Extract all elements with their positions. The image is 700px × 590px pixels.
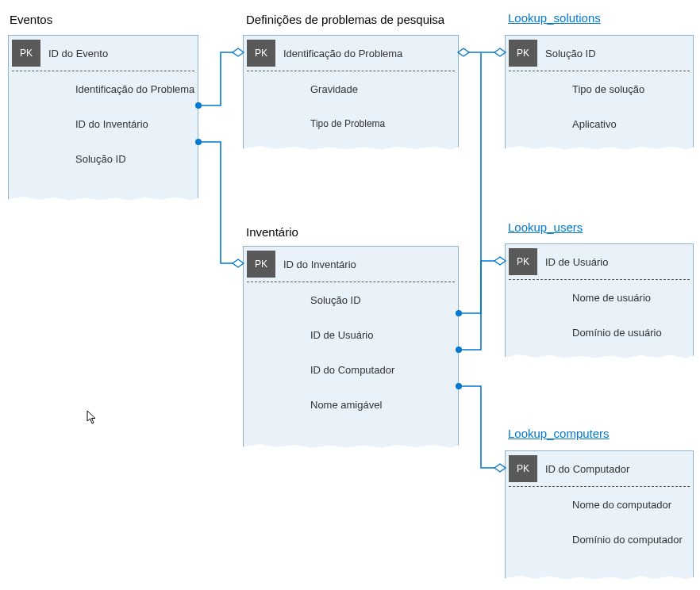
field-label: ID de Usuário [545, 256, 608, 268]
field-label: Nome de usuário [572, 292, 651, 304]
table-row: ID do Computador [244, 352, 458, 387]
table-row: PK Identificação do Problema [244, 36, 458, 71]
field-label: ID do Computador [545, 463, 629, 475]
table-row: PK ID de Usuário [506, 244, 693, 279]
pk-badge: PK [247, 251, 275, 278]
table-users: PK ID de Usuário Nome de usuário Domínio… [505, 243, 694, 361]
table-row: ID do Inventário [9, 106, 198, 141]
connector-inventario-users [456, 257, 506, 353]
table-row: PK ID do Evento [9, 36, 198, 71]
pk-badge: PK [509, 40, 537, 67]
table-computers: PK ID do Computador Nome do computador D… [505, 450, 694, 582]
table-title-solutions[interactable]: Lookup_solutions [508, 11, 601, 25]
table-solutions: PK Solução ID Tipo de solução Aplicativo [505, 35, 694, 152]
torn-edge [8, 197, 198, 203]
field-label: Identificação do Problema [75, 83, 194, 95]
table-row: Tipo de Problema [244, 106, 458, 141]
table-title-inventario: Inventário [246, 225, 298, 239]
table-row: ID de Usuário [244, 317, 458, 352]
field-label: Nome do computador [572, 499, 671, 511]
table-row: Nome do computador [506, 487, 693, 522]
field-label: Tipo de solução [572, 83, 644, 95]
field-label: ID do Evento [48, 48, 108, 59]
field-label: ID do Computador [310, 364, 394, 376]
torn-edge [505, 576, 694, 582]
connector-defs-solutions [458, 48, 506, 56]
table-row: Identificação do Problema [9, 71, 198, 106]
field-label: Gravidade [310, 83, 358, 95]
field-label: Solução ID [75, 153, 126, 165]
field-label: Nome amigável [310, 399, 382, 411]
connector-inventario-computers [456, 383, 506, 472]
field-label: Tipo de Problema [310, 118, 385, 129]
torn-edge [243, 444, 459, 450]
table-row: PK Solução ID [506, 36, 693, 71]
table-title-eventos: Eventos [10, 13, 52, 26]
field-label: ID de Usuário [310, 329, 373, 341]
table-defs: PK Identificação do Problema Gravidade T… [243, 35, 459, 152]
table-inventario: PK ID do Inventário Solução ID ID de Usu… [243, 246, 459, 450]
table-row: Domínio do computador [506, 522, 693, 557]
field-label: ID do Inventário [75, 118, 148, 130]
table-row: Aplicativo [506, 106, 693, 141]
table-row: Nome de usuário [506, 280, 693, 315]
connector-eventos-inventario [195, 139, 244, 267]
table-eventos: PK ID do Evento Identificação do Problem… [8, 35, 198, 203]
table-row: Gravidade [244, 71, 458, 106]
table-row: PK ID do Inventário [244, 247, 458, 282]
field-label: Domínio do computador [572, 534, 683, 546]
table-row: Solução ID [244, 282, 458, 317]
field-label: Domínio de usuário [572, 327, 662, 339]
pk-badge: PK [12, 40, 40, 67]
table-title-defs: Definições de problemas de pesquisa [246, 13, 444, 26]
table-row: Solução ID [9, 141, 198, 176]
table-row: Nome amigável [244, 387, 458, 422]
torn-edge [243, 146, 459, 152]
table-row: PK ID do Computador [506, 451, 693, 486]
field-label: Identificação do Problema [283, 48, 402, 59]
field-label: Aplicativo [572, 118, 617, 130]
pk-badge: PK [247, 40, 275, 67]
field-label: Solução ID [310, 294, 361, 306]
field-label: ID do Inventário [283, 259, 356, 270]
table-title-users[interactable]: Lookup_users [508, 220, 583, 234]
torn-edge [505, 146, 694, 152]
field-label: Solução ID [545, 48, 596, 59]
pk-badge: PK [509, 455, 537, 482]
pk-badge: PK [509, 248, 537, 275]
connector-eventos-defs [195, 48, 244, 109]
torn-edge [505, 354, 694, 361]
table-row: Domínio de usuário [506, 315, 693, 350]
table-title-computers[interactable]: Lookup_computers [508, 427, 610, 440]
connector-inventario-solutions [456, 53, 481, 316]
table-row: Tipo de solução [506, 71, 693, 106]
